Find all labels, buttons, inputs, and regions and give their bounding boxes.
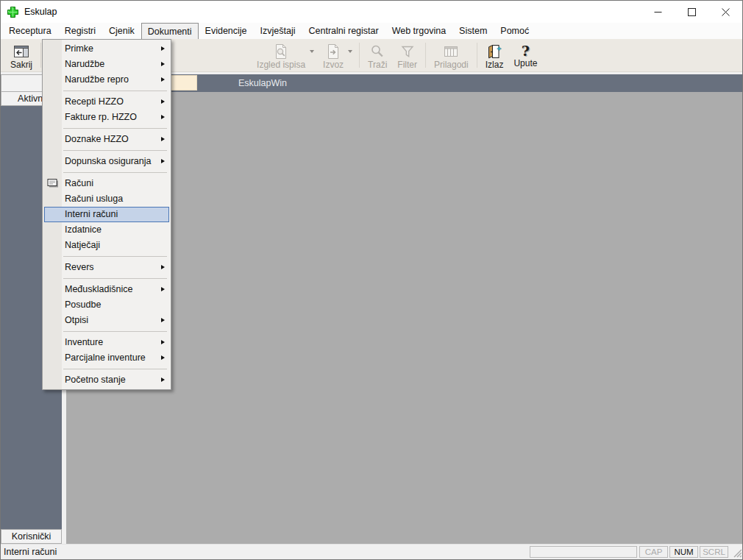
toolbar-button-label: Traži [368,60,387,70]
menu-item-label: Računi usluga [65,194,123,204]
menubar-item-dokumenti[interactable]: Dokumenti [141,23,199,39]
menu-item-revers[interactable]: Revers [44,260,169,275]
menu-item-me-uskladi-nice[interactable]: Međuskladišnice [44,282,169,297]
menu-item-label: Međuskladišnice [65,284,132,294]
submenu-arrow-icon [161,137,165,141]
dokumenti-menu-items: PrimkeNarudžbeNarudžbe reproRecepti HZZO… [43,41,171,388]
toolbar-separator [477,43,477,68]
menu-item-narud-be[interactable]: Narudžbe [44,57,169,72]
menu-item-label: Izdatnice [65,224,102,235]
menu-item-label: Narudžbe [65,59,104,69]
menu-item-narud-be-repro[interactable]: Narudžbe repro [44,72,169,88]
menu-separator [63,328,167,335]
menubar-item-pomo[interactable]: Pomoć [494,23,536,39]
menu-item-label: Posudbe [65,300,101,310]
menu-item-recepti-hzzo[interactable]: Recepti HZZO [44,94,169,110]
mdi-window-title: EskulapWin [238,74,287,92]
minimize-button[interactable] [641,1,675,23]
toolbar-button-label: Sakrij [10,60,32,70]
menu-item-label: Početno stanje [65,375,126,385]
status-indicator-num: NUM [669,546,698,558]
toolbar-separator [359,43,360,68]
izlaz-button[interactable]: Izlaz [480,40,509,70]
submenu-arrow-icon [161,77,165,82]
menubar-item-receptura[interactable]: Receptura [2,23,58,39]
menu-item-inventure[interactable]: Inventure [44,335,169,350]
menu-item-doznake-hzzo[interactable]: Doznake HZZO [44,132,169,147]
menu-item-dopunska-osiguranja[interactable]: Dopunska osiguranja [44,154,169,169]
submenu-arrow-icon [161,159,165,163]
window-title: Eskulap [24,7,57,17]
resize-grip[interactable] [731,546,742,558]
menu-item-interni-ra-uni[interactable]: Interni računi [44,207,169,222]
toolbar-separator [425,43,426,68]
menubar-item-cjenik[interactable]: Cjenik [102,23,141,39]
menubar-item-web-trgovina[interactable]: Web trgovina [385,23,452,39]
close-button[interactable] [708,1,742,23]
export-icon [324,43,342,60]
maximize-button[interactable] [675,1,708,23]
sakrij-button[interactable]: Sakrij [5,40,38,70]
menu-item-izdatnice[interactable]: Izdatnice [44,222,169,238]
menu-item-parcijalne-inventure[interactable]: Parcijalne inventure [44,350,169,366]
toolbar-button-label: Upute [513,59,537,68]
menubar-item-registri[interactable]: Registri [58,23,102,39]
sidebar-tab-korisnicki[interactable]: Korisnički [1,529,62,544]
window-controls [641,1,742,23]
filter-icon [399,43,416,60]
status-indicator-scrl: SCRL [700,546,728,558]
exit-door-icon [486,43,503,60]
menu-separator [63,147,167,154]
menu-item-label: Doznake HZZO [65,134,129,144]
izgled-ispisa-button: Izgled ispisa [252,40,310,70]
menubar-item-izvje-taji[interactable]: Izvještaji [254,23,302,39]
menu-item-label: Računi [65,178,93,188]
menubar-item-evidencije[interactable]: Evidencije [199,23,254,39]
toolbar-button-label: Izvoz [323,60,344,70]
menu-item-primke[interactable]: Primke [44,41,169,57]
customize-columns-icon [442,43,460,60]
menubar-item-sistem[interactable]: Sistem [452,23,494,39]
menu-item-po-etno-stanje[interactable]: Početno stanje [44,372,169,388]
submenu-arrow-icon [161,287,165,291]
menu-separator [63,253,167,260]
menu-item-posudbe[interactable]: Posudbe [44,297,169,313]
menu-separator [63,275,167,282]
status-indicators: CAPNUMSCRL [639,546,728,558]
prilagodi-button: Prilagodi [429,40,474,70]
menu-item-label: Inventure [65,337,103,347]
filter-button: Filter [392,40,422,70]
search-icon [369,43,386,60]
status-bar: Interni računi CAPNUMSCRL [1,544,742,559]
submenu-arrow-icon [161,355,165,360]
menu-item-label: Fakture rp. HZZO [65,112,137,122]
menu-item-fakture-rp-hzzo[interactable]: Fakture rp. HZZO [44,110,169,125]
menu-item-label: Revers [65,262,94,272]
menu-separator [63,88,167,94]
toolbar-button-label: Filter [397,60,417,70]
menu-item-label: Parcijalne inventure [65,352,146,363]
tra-i-button: Traži [363,40,392,70]
menubar-item-centralni-registar[interactable]: Centralni registar [302,23,385,39]
submenu-arrow-icon [161,318,165,322]
upute-button[interactable]: ?Upute [508,40,542,70]
dropdown-arrow-icon[interactable] [346,48,354,55]
menu-item-label: Recepti HZZO [65,96,124,107]
menu-item-otpisi[interactable]: Otpisi [44,313,169,328]
dropdown-arrow-icon[interactable] [308,48,316,55]
menu-separator [63,366,167,372]
submenu-arrow-icon [161,46,165,51]
status-message: Interni računi [4,547,57,557]
menu-item-label: Dopunska osiguranja [65,156,151,166]
toolbar-button-label: Prilagodi [434,60,469,70]
izvoz-button: Izvoz [318,40,349,70]
submenu-arrow-icon [161,378,165,382]
toolbar-separator [40,43,41,68]
submenu-arrow-icon [161,115,165,119]
menu-item-ra-uni-usluga[interactable]: Računi usluga [44,191,169,207]
toolbar-button-label: Izlaz [486,60,504,70]
menu-item-natje-aji[interactable]: Natječaji [44,238,169,253]
menu-item-label: Interni računi [65,209,118,219]
menu-item-ra-uni[interactable]: Računi [44,176,169,191]
title-bar: Eskulap [1,1,742,23]
